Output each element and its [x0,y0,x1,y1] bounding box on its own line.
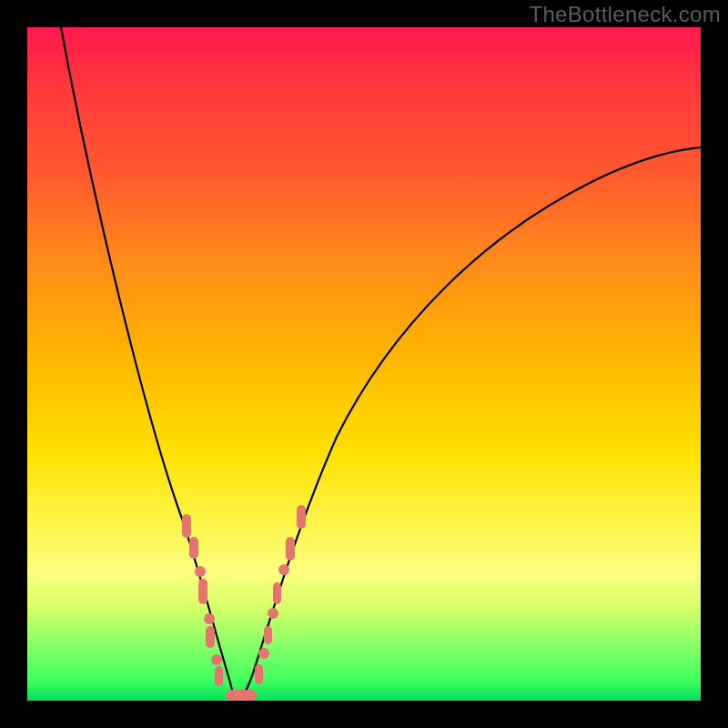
svg-rect-8 [226,690,257,701]
chart-frame: TheBottleneck.com [0,0,728,728]
curve-left [61,27,237,701]
svg-point-14 [278,564,289,575]
svg-rect-13 [273,582,281,604]
svg-rect-16 [297,505,306,529]
svg-point-4 [204,613,215,624]
svg-rect-15 [286,537,295,561]
curve-markers [182,505,306,701]
svg-rect-3 [198,579,207,604]
svg-point-2 [195,566,206,577]
svg-rect-9 [255,664,263,684]
svg-point-6 [211,654,222,665]
svg-rect-7 [215,666,223,686]
svg-rect-5 [206,626,215,648]
curve-right [237,147,701,701]
bottleneck-curve [27,27,701,701]
watermark-text: TheBottleneck.com [529,2,721,27]
svg-rect-11 [264,626,272,644]
svg-point-12 [268,608,278,619]
svg-rect-1 [189,537,198,559]
svg-point-10 [258,648,269,659]
svg-rect-0 [182,514,191,538]
plot-area [27,27,701,701]
